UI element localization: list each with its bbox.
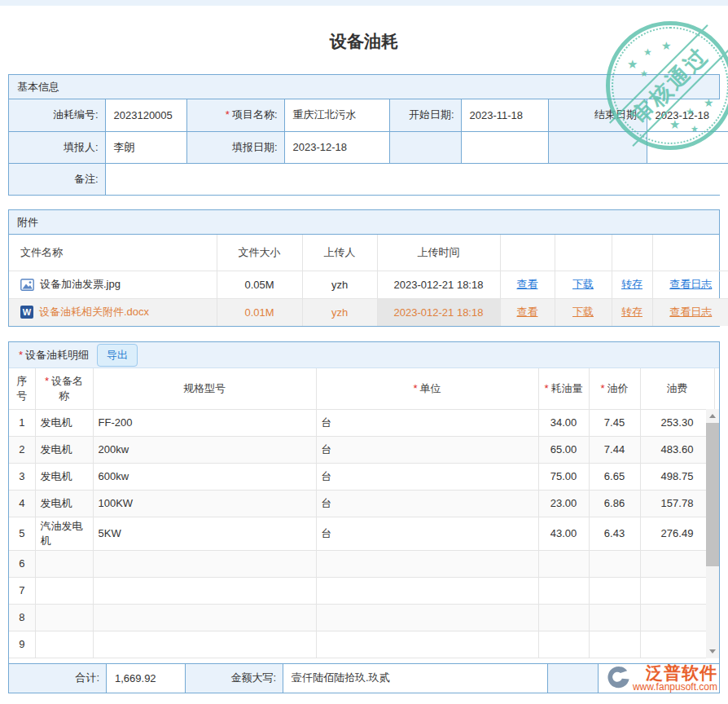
cell-unit: 台 — [316, 517, 538, 550]
cell-spec — [93, 631, 316, 658]
cell-seq: 2 — [9, 436, 35, 463]
detail-row[interactable]: 9 — [9, 631, 714, 658]
cell-unit: 台 — [316, 463, 538, 490]
cell-fee: 483.60 — [640, 436, 714, 463]
transfer-link[interactable]: 转存 — [621, 306, 642, 318]
cell-price — [589, 577, 640, 604]
logo-url[interactable]: www.fanpusoft.com — [633, 682, 717, 692]
detail-row[interactable]: 4 发电机 100KW 台 23.00 6.86 157.78 — [9, 490, 714, 517]
detail-col-qty: *耗油量 — [538, 368, 589, 409]
scrollbar-thumb[interactable] — [706, 423, 719, 566]
amount-caps-value: 壹仟陆佰陆拾玖.玖贰 — [283, 664, 548, 693]
field-value-remark — [105, 163, 728, 195]
vendor-logo: 泛普软件 www.fanpusoft.com — [605, 664, 717, 692]
field-label-end-date: 结束日期: — [548, 99, 647, 131]
detail-row[interactable]: 8 — [9, 604, 714, 631]
cell-seq: 6 — [9, 550, 35, 577]
cell-qty — [538, 604, 589, 631]
cell-spec: FF-200 — [93, 409, 316, 436]
detail-row[interactable]: 1 发电机 FF-200 台 34.00 7.45 253.30 — [9, 409, 714, 436]
scroll-down-button[interactable] — [706, 645, 719, 658]
attachment-file-name[interactable]: 设备油耗相关附件.docx — [39, 305, 149, 319]
attachment-row: 设备加油发票.jpg 0.05M yzh 2023-012-21 18:18 查… — [9, 271, 728, 298]
view-link[interactable]: 查看 — [517, 278, 538, 290]
cell-spec: 100KW — [93, 490, 316, 517]
view-log-link[interactable]: 查看日志 — [669, 278, 712, 290]
download-link[interactable]: 下载 — [572, 306, 594, 318]
cell-fee: 157.78 — [640, 490, 714, 517]
transfer-link[interactable]: 转存 — [621, 278, 642, 290]
cell-seq: 5 — [9, 517, 35, 550]
word-file-icon: W — [20, 306, 33, 319]
cell-qty — [538, 550, 589, 577]
att-col-uploader: 上传人 — [302, 235, 377, 271]
attachments-table: 文件名称 文件大小 上传人 上传时间 设备加油发票.jpg — [9, 235, 728, 326]
detail-section-title: *设备油耗明细 — [19, 348, 89, 363]
download-link[interactable]: 下载 — [572, 278, 594, 290]
field-value-report-date: 2023-12-18 — [284, 131, 389, 163]
detail-col-name: *设备名称 — [35, 368, 93, 409]
amount-caps-label: 金额大写: — [186, 664, 283, 693]
cell-price: 6.65 — [589, 463, 640, 490]
cell-spec — [93, 577, 316, 604]
total-label: 合计: — [9, 664, 107, 693]
att-col-filesize: 文件大小 — [217, 235, 302, 271]
footer-logo-cell: 泛普软件 www.fanpusoft.com — [599, 664, 719, 693]
cell-price — [589, 550, 640, 577]
field-value-start-date: 2023-11-18 — [461, 99, 548, 131]
detail-col-seq: 序号 — [9, 368, 35, 409]
cell-name: 发电机 — [35, 463, 93, 490]
attachment-file-name[interactable]: 设备加油发票.jpg — [40, 277, 121, 292]
detail-section: *设备油耗明细 导出 序号 *设备名称 规格型号 *单位 *耗油量 *油价 油费 — [8, 341, 720, 693]
att-col-uploadtime: 上传时间 — [377, 235, 500, 271]
att-col-action2 — [555, 235, 612, 271]
scroll-up-button[interactable] — [706, 409, 719, 422]
cell-fee — [640, 577, 714, 604]
attachments-section: 附件 文件名称 文件大小 上传人 上传时间 — [8, 209, 720, 327]
cell-fee: 253.30 — [640, 409, 714, 436]
footer-empty-cell — [548, 664, 599, 693]
cell-name: 发电机 — [35, 436, 93, 463]
cell-unit — [316, 577, 538, 604]
detail-row[interactable]: 3 发电机 600kw 台 75.00 6.65 498.75 — [9, 463, 714, 490]
cell-qty: 65.00 — [538, 436, 589, 463]
cell-spec: 5KW — [93, 517, 316, 550]
export-button[interactable]: 导出 — [97, 344, 138, 367]
cell-name — [35, 577, 93, 604]
field-value-empty — [647, 131, 728, 163]
cell-qty — [538, 631, 589, 658]
detail-footer: 合计: 1,669.92 金额大写: 壹仟陆佰陆拾玖.玖贰 泛普软件 www.f… — [9, 663, 719, 693]
cell-unit: 台 — [316, 490, 538, 517]
cell-price: 7.45 — [589, 409, 640, 436]
cell-unit — [316, 631, 538, 658]
detail-row[interactable]: 6 — [9, 550, 714, 577]
cell-fee: 498.75 — [640, 463, 714, 490]
cell-spec — [93, 550, 316, 577]
field-value-end-date: 2023-12-18 — [647, 99, 728, 131]
detail-row[interactable]: 7 — [9, 577, 714, 604]
attachment-uploader: yzh — [302, 298, 377, 326]
cell-name: 发电机 — [35, 490, 93, 517]
cell-seq: 3 — [9, 463, 35, 490]
required-asterisk: * — [544, 382, 548, 394]
cell-qty: 75.00 — [538, 463, 589, 490]
required-asterisk: * — [45, 375, 49, 387]
vertical-scrollbar[interactable] — [706, 409, 719, 658]
attachment-file-size: 0.01M — [217, 298, 302, 326]
attachment-upload-time: 2023-012-21 18:18 — [377, 271, 500, 298]
field-label-report-date: 填报日期: — [186, 131, 284, 163]
detail-table: 序号 *设备名称 规格型号 *单位 *耗油量 *油价 油费 1 发电机 FF-2… — [9, 368, 715, 658]
view-link[interactable]: 查看 — [517, 306, 538, 318]
triangle-up-icon — [709, 414, 716, 418]
page-title: 设备油耗 — [0, 30, 728, 53]
basic-info-section: 基本信息 油耗编号: 2023120005 *项目名称: 重庆江北污水 开始日期… — [8, 74, 720, 196]
cell-price: 7.44 — [589, 436, 640, 463]
detail-col-spec: 规格型号 — [93, 368, 316, 409]
view-log-link[interactable]: 查看日志 — [669, 306, 712, 318]
attachment-upload-time: 2023-012-21 18:18 — [377, 298, 500, 326]
detail-row[interactable]: 2 发电机 200kw 台 65.00 7.44 483.60 — [9, 436, 714, 463]
required-asterisk: * — [19, 349, 23, 361]
detail-col-unit: *单位 — [316, 368, 538, 409]
attachment-file-size: 0.05M — [217, 271, 302, 298]
detail-row[interactable]: 5 汽油发电机 5KW 台 43.00 6.43 276.49 — [9, 517, 714, 550]
